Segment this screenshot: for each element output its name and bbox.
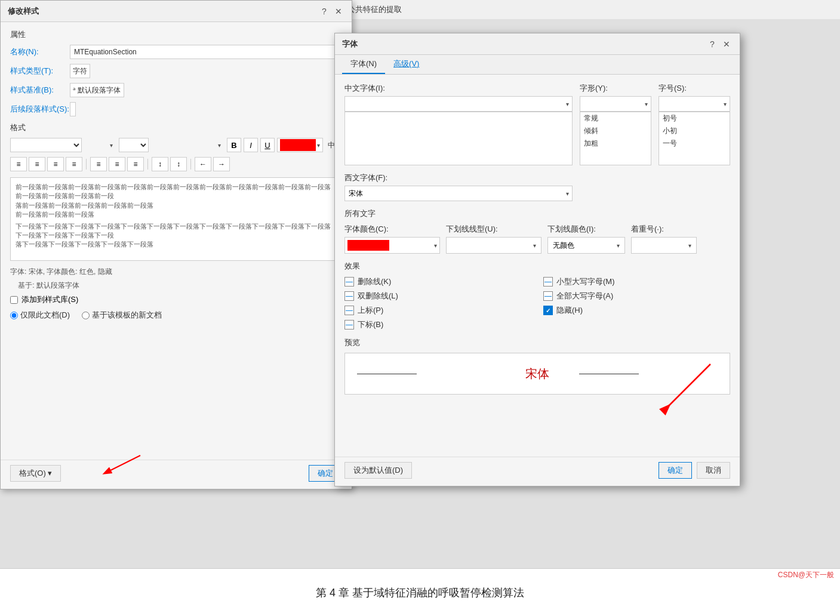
- separator3: [190, 159, 191, 170]
- tab-advanced[interactable]: 高级(V): [385, 55, 427, 74]
- underline-color-label: 下划线颜色(I):: [547, 224, 625, 235]
- add-to-library-row: 添加到样式库(S): [10, 294, 342, 305]
- underline-style-col: 下划线线型(U): ▾: [446, 224, 541, 254]
- all-caps-check-icon: —: [544, 292, 552, 300]
- double-strikethrough-checkbox[interactable]: —: [344, 291, 354, 301]
- close-button-modify[interactable]: ✕: [333, 5, 344, 17]
- emphasis-select[interactable]: ▾: [631, 237, 697, 254]
- align-right-btn[interactable]: ≡: [47, 157, 64, 171]
- align-justify-btn[interactable]: ≡: [66, 157, 82, 171]
- style-base-select[interactable]: ᵃ 默认段落字体: [70, 83, 124, 97]
- separator1: [86, 159, 87, 170]
- chinese-font-input[interactable]: [344, 96, 573, 112]
- font-ok-button[interactable]: 确定: [659, 462, 692, 479]
- italic-button[interactable]: I: [244, 138, 258, 152]
- indent-left-btn[interactable]: ←: [195, 157, 211, 171]
- bold-button[interactable]: B: [227, 138, 241, 152]
- font-style-input-wrap: [580, 96, 651, 112]
- preview-text3: 前一段落前一段落前一段落: [16, 210, 337, 219]
- effect-hidden: ✓ 隐藏(H): [543, 305, 730, 316]
- format-button[interactable]: 格式(O) ▾: [10, 465, 61, 482]
- font-color-arrow: ▾: [317, 142, 320, 149]
- double-strikethrough-label: 双删除线(L): [358, 291, 398, 301]
- next-para-label: 后续段落样式(S):: [10, 104, 70, 115]
- font-dialog-title: 字体: [342, 39, 358, 50]
- font-color-swatch: [280, 139, 316, 151]
- font-family-select[interactable]: [10, 138, 82, 152]
- underline-button[interactable]: U: [260, 138, 275, 152]
- hidden-checkbox[interactable]: ✓: [543, 306, 553, 315]
- tab-font[interactable]: 字体(N): [342, 55, 385, 74]
- emphasis-arrow: ▾: [688, 242, 691, 249]
- style-italic[interactable]: 倾斜: [580, 125, 651, 137]
- add-to-library-checkbox[interactable]: [10, 296, 18, 304]
- preview-section-label: 预览: [344, 337, 730, 348]
- chinese-font-list[interactable]: [344, 112, 573, 165]
- style-bold[interactable]: 加粗: [580, 137, 651, 150]
- superscript-checkbox[interactable]: —: [344, 306, 354, 315]
- western-font-col: 西文字体(F):: [344, 173, 573, 201]
- size-yihao[interactable]: 一号: [659, 137, 730, 150]
- align-left-btn[interactable]: ≡: [10, 157, 27, 171]
- subscript-check-icon: —: [346, 321, 353, 329]
- underline-color-col: 下划线颜色(I): 无颜色 ▾: [547, 224, 625, 254]
- next-para-select[interactable]: [70, 102, 76, 116]
- font-size-input[interactable]: [659, 96, 730, 112]
- red-arrow-svg: [93, 449, 164, 479]
- style-base-label: 样式基准(B):: [10, 85, 70, 96]
- align-center-btn[interactable]: ≡: [29, 157, 45, 171]
- size-xiaochu[interactable]: 小初: [659, 125, 730, 137]
- western-font-input[interactable]: [344, 186, 573, 201]
- chinese-font-input-wrap: [344, 96, 573, 112]
- font-help-button[interactable]: ?: [706, 38, 718, 50]
- style-regular[interactable]: 常规: [580, 112, 651, 125]
- small-caps-checkbox[interactable]: —: [543, 277, 553, 287]
- font-color-select[interactable]: ▾: [344, 237, 440, 254]
- font-color-swatch-font: [347, 240, 389, 251]
- set-default-button[interactable]: 设为默认值(D): [344, 462, 412, 479]
- font-size-wrap: [119, 138, 225, 152]
- underline-color-select[interactable]: 无颜色 ▾: [547, 237, 625, 254]
- separator2: [147, 159, 148, 170]
- font-size-select[interactable]: [119, 138, 149, 152]
- scope-radio-row: 仅限此文档(D) 基于该模板的新文档: [10, 310, 342, 321]
- western-font-row: 西文字体(F):: [344, 173, 730, 201]
- subscript-checkbox[interactable]: —: [344, 320, 354, 329]
- style-base-row: 样式基准(B): ᵃ 默认段落字体: [10, 83, 342, 97]
- double-strikethrough-check-icon: —: [346, 292, 353, 300]
- font-style-input[interactable]: [580, 96, 651, 112]
- align-btn2[interactable]: ≡: [90, 157, 107, 171]
- style-type-select-wrap: 字符: [70, 64, 342, 78]
- all-caps-checkbox[interactable]: —: [543, 291, 553, 301]
- indent-right-btn[interactable]: →: [213, 157, 230, 171]
- doc-title: 的方式进行公共特征的提取: [303, 0, 840, 19]
- font-style-col: 字形(Y): 常规 倾斜 加粗: [580, 83, 651, 165]
- effects-grid: — 删除线(K) — 小型大写字母(M) — 双删除线(L): [344, 276, 730, 330]
- strikethrough-checkbox[interactable]: —: [344, 277, 354, 287]
- size-chuhao[interactable]: 初号: [659, 112, 730, 125]
- underline-style-select[interactable]: ▾: [446, 237, 541, 254]
- only-this-doc-label: 仅限此文档(D): [20, 310, 70, 321]
- underline-color-value: 无颜色: [553, 241, 574, 251]
- minimize-button[interactable]: ?: [318, 5, 330, 17]
- name-input[interactable]: [70, 45, 342, 59]
- only-this-doc-radio[interactable]: [10, 312, 18, 319]
- font-close-button[interactable]: ✕: [721, 38, 733, 50]
- style-type-select[interactable]: 字符: [70, 64, 90, 78]
- effect-subscript: — 下标(B): [344, 319, 531, 330]
- only-this-doc-option: 仅限此文档(D): [10, 310, 70, 321]
- align-btn3[interactable]: ≡: [109, 157, 125, 171]
- font-cancel-button[interactable]: 取消: [697, 462, 730, 479]
- based-on-template-radio[interactable]: [82, 312, 90, 319]
- font-dialog-tabs: 字体(N) 高级(V): [335, 55, 740, 75]
- effect-strikethrough: — 删除线(K): [344, 276, 531, 287]
- red-arrow-hidden-svg: [651, 358, 722, 418]
- modify-style-title: 修改样式: [8, 6, 39, 17]
- preview-line-left: [357, 374, 417, 374]
- spacing-btn1[interactable]: ↕: [152, 157, 168, 171]
- align-btn4[interactable]: ≡: [127, 157, 144, 171]
- spacing-btn2[interactable]: ↕: [170, 157, 187, 171]
- font-preview-text: 宋体: [525, 366, 549, 382]
- effect-all-caps: — 全部大写字母(A): [543, 291, 730, 301]
- font-color-btn[interactable]: ▾: [277, 138, 323, 152]
